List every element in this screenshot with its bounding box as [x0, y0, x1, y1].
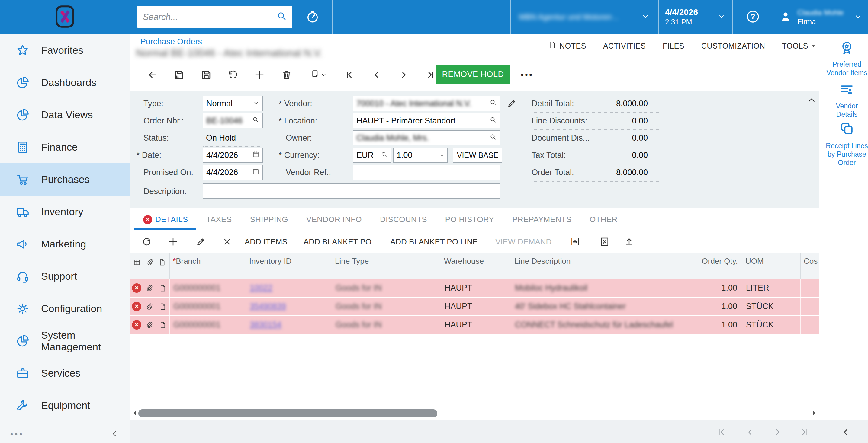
sidebar-item-support[interactable]: Support	[0, 260, 130, 293]
vendor-field[interactable]: 700010 - Atec International N.V.	[353, 96, 500, 111]
column-header-line-description[interactable]: Line Description	[511, 253, 682, 279]
sidebar-item-system-management[interactable]: System Management	[0, 325, 130, 357]
customization-button[interactable]: CUSTOMIZATION	[701, 42, 765, 50]
company-selector[interactable]: MBN Agentur und Motoren ..	[510, 0, 658, 34]
sidebar-item-marketing[interactable]: Marketing	[0, 228, 130, 260]
column-header-warehouse[interactable]: Warehouse	[441, 253, 511, 279]
tab-vendor-info[interactable]: VENDOR INFO	[306, 215, 362, 224]
cell-cost[interactable]	[801, 298, 819, 315]
search-input[interactable]	[142, 12, 276, 22]
notes-column-doc-icon[interactable]	[155, 253, 170, 279]
row-paperclip-icon[interactable]	[143, 279, 155, 297]
column-header-inventory-id[interactable]: Inventory ID	[246, 253, 332, 279]
cell-cost[interactable]	[801, 316, 819, 334]
edit-row-button[interactable]	[193, 234, 209, 249]
copy-paste-button[interactable]	[305, 67, 331, 83]
files-button[interactable]: FILES	[663, 42, 684, 50]
date-time-selector[interactable]: 4/4/2026 2:31 PM	[658, 0, 733, 34]
sidebar-item-data-views[interactable]: Data Views	[0, 99, 130, 131]
cell-inventory-id[interactable]: 10022	[246, 279, 332, 297]
column-header-order-qty[interactable]: Order Qty.	[682, 253, 742, 279]
row-doc-icon[interactable]	[155, 316, 170, 334]
cell-uom[interactable]: STÜCK	[742, 316, 801, 334]
page-next-button[interactable]	[770, 427, 785, 438]
cell-order-qty[interactable]: 1.00	[682, 279, 742, 297]
cell-inventory-id[interactable]: 3830154	[246, 316, 332, 334]
edit-vendor-pencil-icon[interactable]	[507, 98, 517, 109]
currency-rate-select[interactable]: 1.00	[393, 147, 447, 163]
upload-icon[interactable]	[621, 234, 637, 249]
scrollbar-thumb[interactable]	[138, 409, 437, 417]
add-new-button[interactable]	[251, 67, 268, 83]
view-demand-button[interactable]: VIEW DEMAND	[495, 234, 552, 249]
save-button[interactable]	[198, 67, 214, 83]
cell-line-type[interactable]: Goods for IN	[332, 298, 441, 315]
sidebar-item-favorites[interactable]: Favorites	[0, 34, 130, 66]
owner-field[interactable]: Claudia Mohle, Mrs.	[353, 130, 500, 145]
sidebar-item-dashboards[interactable]: Dashboards	[0, 66, 130, 99]
activities-button[interactable]: ACTIVITIES	[603, 42, 646, 50]
sidebar-item-configuration[interactable]: Configuration	[0, 293, 130, 325]
tab-discounts[interactable]: DISCOUNTS	[380, 215, 427, 224]
location-field[interactable]: HAUPT - Primärer Standort	[353, 113, 500, 128]
cell-line-type[interactable]: Goods for IN	[332, 316, 441, 334]
save-close-button[interactable]	[171, 67, 187, 83]
row-paperclip-icon[interactable]	[143, 316, 155, 334]
sidebar-item-finance[interactable]: Finance	[0, 131, 130, 163]
scroll-right-icon[interactable]	[809, 409, 818, 419]
add-items-button[interactable]: ADD ITEMS	[245, 234, 287, 249]
sidebar-item-inventory[interactable]: Inventory	[0, 196, 130, 228]
app-logo[interactable]	[0, 0, 130, 34]
export-excel-icon[interactable]	[597, 234, 613, 249]
cell-line-description[interactable]: Mobiloc Hydraulikoil	[511, 279, 682, 297]
row-doc-icon[interactable]	[155, 279, 170, 297]
column-header-branch[interactable]: *Branch	[170, 253, 246, 279]
add-blanket-po-button[interactable]: ADD BLANKET PO	[304, 234, 371, 249]
breadcrumb[interactable]: Purchase Orders	[141, 37, 202, 46]
sidebar-more-button[interactable]: •••	[10, 430, 24, 439]
cell-order-qty[interactable]: 1.00	[682, 298, 742, 315]
delete-button[interactable]	[278, 67, 295, 83]
order-nbr-field[interactable]: BE-10046	[203, 113, 263, 128]
cell-line-description[interactable]: 40' Sidebox HC Stahlcontainer	[511, 298, 682, 315]
tools-button[interactable]: TOOLS	[782, 42, 816, 50]
date-field[interactable]: 4/4/2026	[203, 147, 263, 163]
go-first-button[interactable]	[341, 67, 358, 83]
vendor-ref-field[interactable]	[353, 165, 500, 180]
cell-line-description[interactable]: CONNECT Schneidschutz für Ladeschaufel	[511, 316, 682, 334]
horizontal-scrollbar[interactable]	[130, 406, 819, 421]
back-button[interactable]	[144, 67, 161, 83]
tab-other[interactable]: OTHER	[590, 215, 618, 224]
cell-cost[interactable]	[801, 279, 819, 297]
sidebar-collapse-button[interactable]	[109, 429, 120, 440]
row-doc-icon[interactable]	[155, 298, 170, 315]
side-panel-item-vendor-details[interactable]: Vendor Details	[826, 82, 868, 118]
cell-branch[interactable]: G000000001	[170, 298, 246, 315]
search-icon[interactable]	[490, 99, 497, 108]
user-menu[interactable]: Claudia Mohle Firma	[773, 0, 868, 34]
business-date-button[interactable]	[293, 0, 332, 34]
tab-po-history[interactable]: PO HISTORY	[445, 215, 494, 224]
go-prev-button[interactable]	[369, 67, 385, 83]
search-icon[interactable]	[252, 116, 259, 126]
promised-on-field[interactable]: 4/4/2026	[203, 165, 263, 180]
cell-inventory-id[interactable]: 35490839	[246, 298, 332, 315]
search-icon[interactable]	[490, 133, 497, 143]
side-panel-collapse-button[interactable]	[838, 427, 853, 438]
search-icon[interactable]	[490, 116, 497, 126]
page-last-button[interactable]	[797, 427, 812, 438]
refresh-button[interactable]	[139, 234, 155, 249]
sidebar-item-purchases[interactable]: Purchases	[0, 163, 130, 196]
cell-uom[interactable]: STÜCK	[742, 298, 801, 315]
side-panel-item-preferred-vendor-items[interactable]: Preferred Vendor Items	[826, 40, 868, 77]
undo-button[interactable]	[225, 67, 241, 83]
toolbar-more-button[interactable]: •••	[519, 67, 535, 83]
fit-width-icon[interactable]	[567, 234, 583, 249]
tab-taxes[interactable]: TAXES	[206, 215, 232, 224]
cell-warehouse[interactable]: HAUPT	[441, 298, 511, 315]
attachment-column-paperclip-icon[interactable]	[143, 253, 155, 279]
notes-button[interactable]: NOTES	[548, 41, 586, 51]
remove-hold-button[interactable]: REMOVE HOLD	[435, 65, 510, 83]
page-prev-button[interactable]	[742, 427, 757, 438]
search-icon[interactable]	[381, 150, 388, 160]
